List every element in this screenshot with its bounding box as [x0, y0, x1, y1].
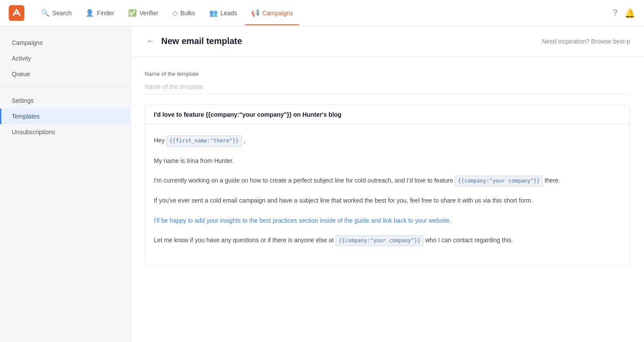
first-name-variable: {{first_name:"there"}} — [166, 135, 242, 147]
email-para-3: If you've ever sent a cold email campaig… — [154, 195, 621, 206]
sidebar-item-settings[interactable]: Settings — [0, 93, 130, 108]
template-name-field: Name of the template — [145, 71, 630, 105]
nav-right-icons: ? 🔔 — [613, 8, 635, 18]
page-title: New email template — [161, 36, 242, 46]
nav-bulks[interactable]: ◇ Bulks — [166, 5, 201, 20]
sidebar-item-templates[interactable]: Templates — [0, 108, 130, 124]
template-name-input[interactable] — [145, 80, 630, 94]
bulks-nav-icon: ◇ — [173, 9, 178, 17]
sidebar-item-campaigns[interactable]: Campaigns — [0, 35, 130, 51]
email-subject[interactable]: I'd love to feature {{company:"your comp… — [145, 105, 630, 125]
nav-campaigns[interactable]: 📢 Campaigns — [245, 5, 299, 20]
leads-nav-icon: 👥 — [209, 9, 218, 17]
nav-finder[interactable]: 👤 Finder — [79, 5, 120, 20]
search-nav-icon: 🔍 — [41, 9, 50, 17]
notification-icon[interactable]: 🔔 — [624, 8, 635, 18]
nav-search[interactable]: 🔍 Search — [35, 5, 78, 20]
finder-nav-icon: 👤 — [85, 9, 94, 17]
sidebar-item-activity[interactable]: Activity — [0, 51, 130, 66]
company-variable-2: {{company:"your company"}} — [336, 235, 424, 247]
nav-verifier[interactable]: ✅ Verifier — [122, 5, 165, 20]
email-para-4: I'll be happy to add your insights to th… — [154, 215, 621, 226]
campaigns-nav-icon: 📢 — [251, 9, 260, 17]
email-para-5: Let me know if you have any questions or… — [154, 235, 621, 247]
page-header: ← New email template Need inspiration? B… — [131, 26, 644, 57]
template-name-label: Name of the template — [145, 71, 630, 77]
email-para-2: I'm currently working on a guide on how … — [154, 175, 621, 187]
main-layout: Campaigns Activity Queue Settings Templa… — [0, 26, 644, 342]
help-icon[interactable]: ? — [613, 8, 617, 18]
back-button[interactable]: ← — [145, 35, 156, 47]
nav-leads[interactable]: 👥 Leads — [203, 5, 243, 20]
sidebar-item-unsubscriptions[interactable]: Unsubscriptions — [0, 124, 130, 140]
sidebar-divider-1 — [0, 87, 130, 88]
main-content: ← New email template Need inspiration? B… — [131, 26, 644, 342]
sidebar-item-queue[interactable]: Queue — [0, 66, 130, 82]
nav-items-list: 🔍 Search 👤 Finder ✅ Verifier ◇ Bulks 👥 L… — [35, 5, 613, 20]
email-body[interactable]: Hey {{first_name:"there"}} , My name is … — [145, 125, 630, 265]
top-navigation: 🔍 Search 👤 Finder ✅ Verifier ◇ Bulks 👥 L… — [0, 0, 644, 26]
sidebar: Campaigns Activity Queue Settings Templa… — [0, 26, 131, 342]
app-logo[interactable] — [9, 5, 24, 21]
inspiration-link[interactable]: Need inspiration? Browse best-p — [542, 38, 630, 45]
page-header-left: ← New email template — [145, 35, 242, 47]
email-para-1: My name is Irina from Hunter. — [154, 156, 621, 166]
email-greeting: Hey {{first_name:"there"}} , — [154, 135, 621, 147]
verifier-nav-icon: ✅ — [128, 9, 137, 17]
email-editor: I'd love to feature {{company:"your comp… — [145, 105, 630, 266]
company-variable-1: {{company:"your company"}} — [455, 176, 543, 187]
form-area: Name of the template I'd love to feature… — [131, 57, 644, 280]
